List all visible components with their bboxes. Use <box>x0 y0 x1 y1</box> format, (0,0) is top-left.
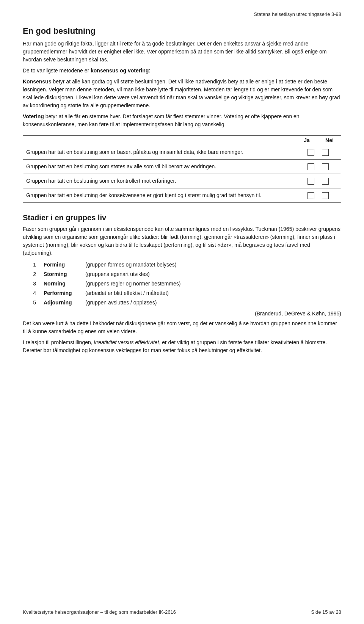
checklist-table: Ja Nei Gruppen har tatt en beslutning so… <box>23 135 341 203</box>
list-item: 1 Forming (gruppen formes og mandatet be… <box>30 261 341 269</box>
row-checkboxes <box>295 163 341 170</box>
row-text: Gruppen har tatt en beslutning som er ko… <box>23 177 295 185</box>
page-header: Statens helsetilsyn utredningsserie 3-98 <box>23 11 341 19</box>
list-item: 5 Adjourning (gruppen avsluttes / oppløs… <box>30 299 341 307</box>
stage-num: 2 <box>30 270 36 278</box>
row-text: Gruppen har tatt en beslutning som støte… <box>23 163 295 171</box>
row-text: Gruppen har tatt en beslutning som er ba… <box>23 148 295 156</box>
stage-num: 5 <box>30 299 36 307</box>
row-checkboxes <box>295 149 341 156</box>
checkbox-ja[interactable] <box>308 149 314 156</box>
checkbox-nei[interactable] <box>322 149 329 156</box>
checkbox-ja[interactable] <box>308 163 314 170</box>
checkbox-ja[interactable] <box>308 178 314 185</box>
row-checkboxes <box>295 192 341 199</box>
section2-para3: I relasjon til problemstillingen, kreati… <box>23 339 341 354</box>
section2-intro: Faser som grupper går i gjennom i sin ek… <box>23 225 341 257</box>
stage-name: Adjourning <box>44 299 78 307</box>
page-footer: Kvalitetsstyrte helseorganisasjoner – ti… <box>23 606 341 615</box>
section1-para2: De to vanligste metodene er konsensus og… <box>23 67 341 75</box>
stage-desc: (gruppens regler og normer bestemmes) <box>85 280 341 288</box>
checkbox-nei[interactable] <box>322 178 329 185</box>
list-item: 3 Norming (gruppens regler og normer bes… <box>30 280 341 288</box>
list-item: 4 Performing (arbeidet er blitt effektiv… <box>30 289 341 297</box>
section1-para1: Har man gode og riktige fakta, ligger al… <box>23 40 341 64</box>
italic-phrase: kreativitet versus effektivitet <box>94 339 159 345</box>
attribution: (Branderud, DeGreve & Køhn, 1995) <box>23 310 341 317</box>
stage-desc: (gruppens egenart utvikles) <box>85 270 341 278</box>
col-nei-label: Nei <box>318 137 341 143</box>
stage-desc: (gruppen avsluttes / oppløses) <box>85 299 341 307</box>
checkbox-nei[interactable] <box>322 192 329 199</box>
section2-heading: Stadier i en gruppes liv <box>23 213 341 222</box>
stage-name: Storming <box>44 270 78 278</box>
list-item: 2 Storming (gruppens egenart utvikles) <box>30 270 341 278</box>
table-row: Gruppen har tatt en beslutning som er ba… <box>23 145 341 160</box>
stage-name: Forming <box>44 261 78 269</box>
table-row: Gruppen har tatt en beslutning som støte… <box>23 160 341 174</box>
stages-list: 1 Forming (gruppen formes og mandatet be… <box>30 261 341 307</box>
table-row: Gruppen har tatt en beslutning der konse… <box>23 188 341 202</box>
stage-num: 1 <box>30 261 36 269</box>
footer-right: Side 15 av 28 <box>311 609 341 615</box>
col-ja-label: Ja <box>295 137 318 143</box>
section2-para2: Det kan være lurt å ha dette i bakhodet … <box>23 320 341 336</box>
stage-name: Norming <box>44 280 78 288</box>
stage-desc: (gruppen formes og mandatet belyses) <box>85 261 341 269</box>
checklist-header: Ja Nei <box>23 136 341 145</box>
checkbox-nei[interactable] <box>322 163 329 170</box>
section1-para4: Votering betyr at alle får en stemme hve… <box>23 113 341 129</box>
row-text: Gruppen har tatt en beslutning der konse… <box>23 191 295 199</box>
table-row: Gruppen har tatt en beslutning som er ko… <box>23 174 341 188</box>
row-checkboxes <box>295 178 341 185</box>
stage-num: 3 <box>30 280 36 288</box>
stage-num: 4 <box>30 289 36 297</box>
footer-left: Kvalitetsstyrte helseorganisasjoner – ti… <box>23 609 176 615</box>
section1-para3: Konsensus betyr at alle kan godta og vil… <box>23 78 341 110</box>
section1-heading: En god beslutning <box>23 26 341 36</box>
checkbox-ja[interactable] <box>308 192 314 199</box>
stage-name: Performing <box>44 289 78 297</box>
stage-desc: (arbeidet er blitt effektivt / målrettet… <box>85 289 341 297</box>
